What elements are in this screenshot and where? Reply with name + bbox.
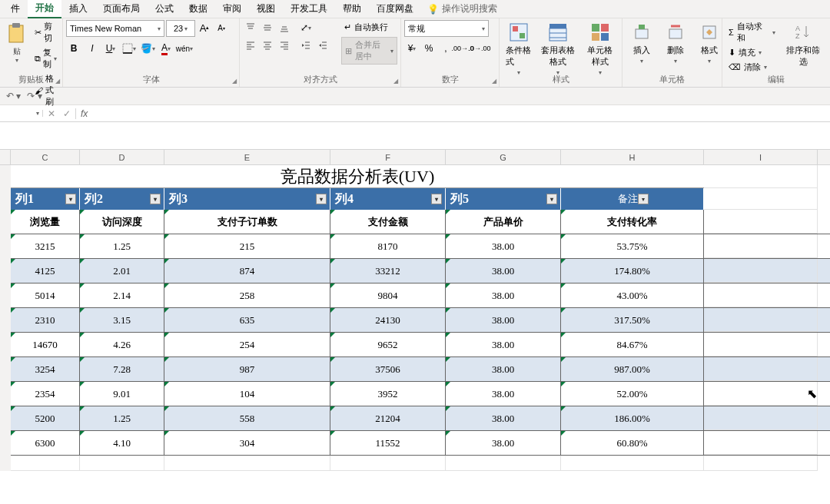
data-cell[interactable]: 4125 xyxy=(11,259,80,283)
col-header-g[interactable]: G xyxy=(446,150,561,164)
align-right-button[interactable] xyxy=(277,38,292,53)
data-cell[interactable]: 987 xyxy=(164,357,330,381)
copy-button[interactable]: ⧉复制▾ xyxy=(32,46,59,71)
data-cell[interactable]: 38.00 xyxy=(446,234,561,258)
data-cell[interactable]: 84.67% xyxy=(561,333,704,356)
filter-dropdown-icon[interactable]: ▾ xyxy=(638,194,649,204)
data-cell[interactable]: 38.00 xyxy=(446,333,561,356)
col-header-e[interactable]: E xyxy=(164,150,330,164)
data-cell[interactable]: 7.28 xyxy=(80,357,164,381)
percent-button[interactable]: % xyxy=(421,41,437,56)
align-bottom-button[interactable] xyxy=(277,20,292,35)
menu-review[interactable]: 审阅 xyxy=(215,0,249,18)
menu-insert[interactable]: 插入 xyxy=(61,0,95,18)
data-cell[interactable]: 304 xyxy=(164,431,330,455)
data-cell[interactable]: 38.00 xyxy=(446,259,561,283)
data-cell[interactable]: 21204 xyxy=(330,406,446,430)
border-button[interactable]: ▾ xyxy=(121,41,137,56)
data-cell[interactable]: 317.50% xyxy=(561,308,704,332)
select-all-corner[interactable] xyxy=(0,150,11,164)
data-cell[interactable]: 874 xyxy=(164,259,330,283)
data-cell[interactable]: 186.00% xyxy=(561,406,704,430)
data-cell[interactable]: 38.00 xyxy=(446,382,561,406)
data-cell[interactable]: 987.00% xyxy=(561,357,704,381)
number-launcher[interactable]: ◢ xyxy=(492,78,496,85)
data-cell[interactable]: 38.00 xyxy=(446,406,561,430)
clipboard-launcher[interactable]: ◢ xyxy=(55,78,60,85)
increase-indent-button[interactable] xyxy=(315,38,330,53)
data-cell[interactable]: 3.15 xyxy=(80,308,164,332)
decrease-font-button[interactable]: A▾ xyxy=(214,20,229,35)
data-cell[interactable]: 33212 xyxy=(330,259,446,283)
data-cell[interactable]: 6300 xyxy=(11,431,80,455)
alignment-launcher[interactable]: ◢ xyxy=(393,78,398,85)
italic-button[interactable]: I xyxy=(85,41,100,56)
menu-file[interactable]: 件 xyxy=(3,0,28,18)
conditional-format-button[interactable]: 条件格式▾ xyxy=(503,20,535,78)
font-size-select[interactable]: 23▾ xyxy=(166,20,195,37)
wrap-text-button[interactable]: ↵自动换行 xyxy=(341,20,397,35)
data-cell[interactable]: 60.80% xyxy=(561,431,704,455)
filter-header-3[interactable]: 列4▾ xyxy=(330,188,446,210)
data-cell[interactable]: 4.10 xyxy=(80,431,164,455)
menu-baidu[interactable]: 百度网盘 xyxy=(369,0,421,18)
data-cell[interactable]: 5200 xyxy=(11,406,80,430)
menu-view[interactable]: 视图 xyxy=(249,0,283,18)
align-top-button[interactable] xyxy=(243,20,258,35)
menu-formulas[interactable]: 公式 xyxy=(148,0,181,18)
sort-filter-button[interactable]: AZ 排序和筛选 xyxy=(780,20,827,69)
data-cell[interactable]: 635 xyxy=(164,308,330,332)
data-cell[interactable]: 5014 xyxy=(11,284,80,307)
data-cell[interactable]: 4.26 xyxy=(80,333,164,356)
name-box[interactable]: ▾ xyxy=(0,110,43,117)
align-left-button[interactable] xyxy=(243,38,258,53)
data-cell[interactable]: 2.14 xyxy=(80,284,164,307)
align-center-button[interactable] xyxy=(260,38,275,53)
data-cell[interactable]: 254 xyxy=(164,333,330,356)
data-cell[interactable]: 11552 xyxy=(330,431,446,455)
data-cell[interactable]: 37506 xyxy=(330,357,446,381)
data-cell[interactable]: 9804 xyxy=(330,284,446,307)
data-cell[interactable]: 38.00 xyxy=(446,308,561,332)
sub-header-3[interactable]: 支付金额 xyxy=(330,210,446,234)
paste-icon[interactable] xyxy=(5,22,29,46)
data-cell[interactable]: 38.00 xyxy=(446,431,561,455)
sub-header-0[interactable]: 浏览量 xyxy=(11,210,80,234)
filter-header-0[interactable]: 列1▾ xyxy=(11,188,80,210)
font-launcher[interactable]: ◢ xyxy=(232,78,237,85)
filter-dropdown-icon[interactable]: ▾ xyxy=(546,194,557,204)
data-cell[interactable]: 9.01 xyxy=(80,382,164,406)
menu-help[interactable]: 帮助 xyxy=(335,0,369,18)
decrease-decimal-button[interactable]: .0→.00 xyxy=(472,41,487,56)
tell-me-search[interactable]: 💡 操作说明搜索 xyxy=(427,2,497,15)
col-header-c[interactable]: C xyxy=(11,150,80,164)
filter-header-1[interactable]: 列2▾ xyxy=(80,188,164,210)
data-cell[interactable]: 3215 xyxy=(11,234,80,258)
data-cell[interactable]: 8170 xyxy=(330,234,446,258)
data-cell[interactable]: 9652 xyxy=(330,333,446,356)
data-cell[interactable]: 38.00 xyxy=(446,284,561,307)
align-middle-button[interactable] xyxy=(260,20,275,35)
orientation-button[interactable]: ⤢▾ xyxy=(298,20,314,35)
data-cell[interactable]: 43.00% xyxy=(561,284,704,307)
delete-cells-button[interactable]: 删除▾ xyxy=(659,20,692,66)
data-cell[interactable]: 3254 xyxy=(11,357,80,381)
font-color-button[interactable]: A▾ xyxy=(158,41,174,56)
sub-header-4[interactable]: 产品单价 xyxy=(446,210,561,234)
decrease-indent-button[interactable] xyxy=(298,38,314,53)
data-cell[interactable]: 2354 xyxy=(11,382,80,406)
cancel-formula-button[interactable]: ✕ xyxy=(48,108,55,119)
phonetic-button[interactable]: wén▾ xyxy=(177,41,192,56)
filter-header-4[interactable]: 列5▾ xyxy=(446,188,561,210)
menu-data[interactable]: 数据 xyxy=(181,0,215,18)
col-header-i[interactable]: I xyxy=(704,150,818,164)
confirm-formula-button[interactable]: ✓ xyxy=(63,108,71,119)
data-cell[interactable]: 1.25 xyxy=(80,406,164,430)
data-cell[interactable]: 174.80% xyxy=(561,259,704,283)
cell-styles-button[interactable]: 单元格样式▾ xyxy=(582,20,619,78)
currency-button[interactable]: ¥▾ xyxy=(404,41,420,56)
filter-dropdown-icon[interactable]: ▾ xyxy=(431,194,442,204)
data-cell[interactable]: 14670 xyxy=(11,333,80,356)
clear-button[interactable]: ⌫清除▾ xyxy=(725,61,779,74)
col-header-d[interactable]: D xyxy=(80,150,164,164)
